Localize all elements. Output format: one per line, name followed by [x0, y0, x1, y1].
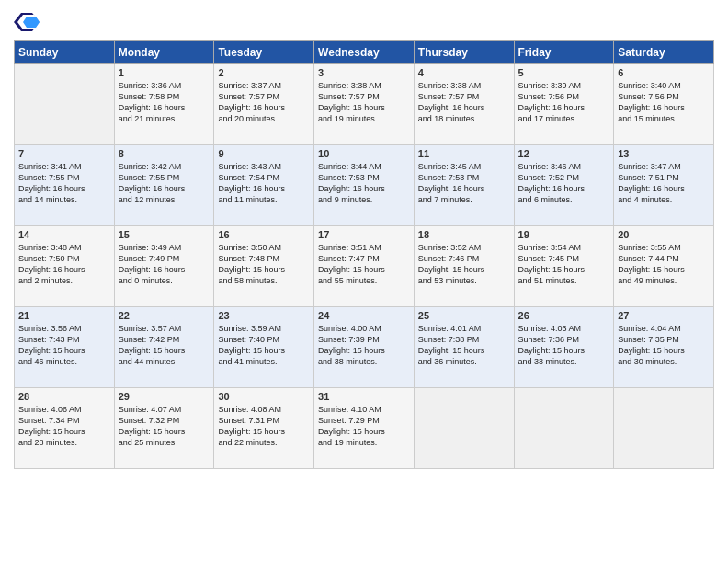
- day-cell: 30Sunrise: 4:08 AM Sunset: 7:31 PM Dayli…: [214, 388, 314, 469]
- day-content: Sunrise: 3:42 AM Sunset: 7:55 PM Dayligh…: [119, 161, 210, 206]
- week-row-1: 1Sunrise: 3:36 AM Sunset: 7:58 PM Daylig…: [15, 64, 714, 145]
- day-content: Sunrise: 3:36 AM Sunset: 7:58 PM Dayligh…: [119, 80, 210, 125]
- day-cell: [514, 388, 614, 469]
- day-content: Sunrise: 3:48 AM Sunset: 7:50 PM Dayligh…: [18, 242, 110, 287]
- day-content: Sunrise: 4:06 AM Sunset: 7:34 PM Dayligh…: [18, 404, 110, 449]
- day-cell: 27Sunrise: 4:04 AM Sunset: 7:35 PM Dayli…: [614, 307, 714, 388]
- header-cell-thursday: Thursday: [414, 41, 514, 64]
- day-number: 1: [119, 67, 210, 78]
- day-cell: 25Sunrise: 4:01 AM Sunset: 7:38 PM Dayli…: [414, 307, 514, 388]
- day-cell: 24Sunrise: 4:00 AM Sunset: 7:39 PM Dayli…: [314, 307, 415, 388]
- day-cell: 4Sunrise: 3:38 AM Sunset: 7:57 PM Daylig…: [414, 64, 514, 145]
- header: [14, 9, 714, 35]
- day-number: 18: [418, 229, 510, 240]
- day-cell: 1Sunrise: 3:36 AM Sunset: 7:58 PM Daylig…: [114, 64, 214, 145]
- day-content: Sunrise: 3:45 AM Sunset: 7:53 PM Dayligh…: [418, 161, 510, 206]
- day-number: 4: [418, 67, 510, 78]
- header-row: SundayMondayTuesdayWednesdayThursdayFrid…: [15, 41, 714, 64]
- day-cell: 6Sunrise: 3:40 AM Sunset: 7:56 PM Daylig…: [614, 64, 714, 145]
- day-number: 7: [18, 148, 110, 159]
- day-content: Sunrise: 4:03 AM Sunset: 7:36 PM Dayligh…: [518, 323, 610, 368]
- day-number: 11: [418, 148, 510, 159]
- day-cell: [414, 388, 514, 469]
- logo: [14, 9, 43, 35]
- day-number: 12: [518, 148, 610, 159]
- day-cell: 5Sunrise: 3:39 AM Sunset: 7:56 PM Daylig…: [514, 64, 614, 145]
- day-content: Sunrise: 3:55 AM Sunset: 7:44 PM Dayligh…: [618, 242, 710, 287]
- header-cell-saturday: Saturday: [614, 41, 714, 64]
- day-cell: 23Sunrise: 3:59 AM Sunset: 7:40 PM Dayli…: [214, 307, 314, 388]
- calendar-page: SundayMondayTuesdayWednesdayThursdayFrid…: [0, 0, 728, 563]
- day-number: 2: [218, 67, 310, 78]
- day-cell: 29Sunrise: 4:07 AM Sunset: 7:32 PM Dayli…: [114, 388, 214, 469]
- day-content: Sunrise: 3:54 AM Sunset: 7:45 PM Dayligh…: [518, 242, 610, 287]
- day-cell: 21Sunrise: 3:56 AM Sunset: 7:43 PM Dayli…: [15, 307, 115, 388]
- day-cell: 2Sunrise: 3:37 AM Sunset: 7:57 PM Daylig…: [214, 64, 314, 145]
- day-cell: 8Sunrise: 3:42 AM Sunset: 7:55 PM Daylig…: [114, 145, 214, 226]
- day-cell: 19Sunrise: 3:54 AM Sunset: 7:45 PM Dayli…: [514, 226, 614, 307]
- day-cell: 10Sunrise: 3:44 AM Sunset: 7:53 PM Dayli…: [314, 145, 415, 226]
- day-number: 19: [518, 229, 610, 240]
- day-cell: 9Sunrise: 3:43 AM Sunset: 7:54 PM Daylig…: [214, 145, 314, 226]
- day-content: Sunrise: 3:41 AM Sunset: 7:55 PM Dayligh…: [18, 161, 110, 206]
- day-cell: 13Sunrise: 3:47 AM Sunset: 7:51 PM Dayli…: [614, 145, 714, 226]
- day-number: 27: [618, 310, 710, 321]
- day-content: Sunrise: 3:39 AM Sunset: 7:56 PM Dayligh…: [518, 80, 610, 125]
- day-content: Sunrise: 3:40 AM Sunset: 7:56 PM Dayligh…: [618, 80, 710, 125]
- day-number: 3: [318, 67, 410, 78]
- day-content: Sunrise: 3:59 AM Sunset: 7:40 PM Dayligh…: [218, 323, 310, 368]
- day-number: 31: [318, 391, 410, 402]
- day-cell: 26Sunrise: 4:03 AM Sunset: 7:36 PM Dayli…: [514, 307, 614, 388]
- day-number: 17: [318, 229, 410, 240]
- day-number: 9: [218, 148, 310, 159]
- header-cell-tuesday: Tuesday: [214, 41, 314, 64]
- day-content: Sunrise: 4:10 AM Sunset: 7:29 PM Dayligh…: [318, 404, 410, 449]
- day-number: 22: [119, 310, 210, 321]
- header-cell-sunday: Sunday: [15, 41, 115, 64]
- day-number: 5: [518, 67, 610, 78]
- day-number: 6: [618, 67, 710, 78]
- day-content: Sunrise: 3:47 AM Sunset: 7:51 PM Dayligh…: [618, 161, 710, 206]
- day-content: Sunrise: 3:52 AM Sunset: 7:46 PM Dayligh…: [418, 242, 510, 287]
- logo-icon: [14, 9, 40, 35]
- day-cell: 12Sunrise: 3:46 AM Sunset: 7:52 PM Dayli…: [514, 145, 614, 226]
- day-content: Sunrise: 4:08 AM Sunset: 7:31 PM Dayligh…: [218, 404, 310, 449]
- day-cell: 16Sunrise: 3:50 AM Sunset: 7:48 PM Dayli…: [214, 226, 314, 307]
- day-content: Sunrise: 3:46 AM Sunset: 7:52 PM Dayligh…: [518, 161, 610, 206]
- day-number: 15: [119, 229, 210, 240]
- day-content: Sunrise: 4:07 AM Sunset: 7:32 PM Dayligh…: [119, 404, 210, 449]
- day-cell: [15, 64, 115, 145]
- day-content: Sunrise: 3:56 AM Sunset: 7:43 PM Dayligh…: [18, 323, 110, 368]
- day-cell: 22Sunrise: 3:57 AM Sunset: 7:42 PM Dayli…: [114, 307, 214, 388]
- day-cell: [614, 388, 714, 469]
- header-cell-monday: Monday: [114, 41, 214, 64]
- day-content: Sunrise: 4:00 AM Sunset: 7:39 PM Dayligh…: [318, 323, 410, 368]
- week-row-3: 14Sunrise: 3:48 AM Sunset: 7:50 PM Dayli…: [15, 226, 714, 307]
- day-content: Sunrise: 3:49 AM Sunset: 7:49 PM Dayligh…: [119, 242, 210, 287]
- day-content: Sunrise: 3:51 AM Sunset: 7:47 PM Dayligh…: [318, 242, 410, 287]
- day-number: 13: [618, 148, 710, 159]
- day-number: 25: [418, 310, 510, 321]
- day-content: Sunrise: 4:04 AM Sunset: 7:35 PM Dayligh…: [618, 323, 710, 368]
- day-content: Sunrise: 3:57 AM Sunset: 7:42 PM Dayligh…: [119, 323, 210, 368]
- day-cell: 14Sunrise: 3:48 AM Sunset: 7:50 PM Dayli…: [15, 226, 115, 307]
- day-cell: 7Sunrise: 3:41 AM Sunset: 7:55 PM Daylig…: [15, 145, 115, 226]
- day-number: 20: [618, 229, 710, 240]
- week-row-2: 7Sunrise: 3:41 AM Sunset: 7:55 PM Daylig…: [15, 145, 714, 226]
- day-cell: 28Sunrise: 4:06 AM Sunset: 7:34 PM Dayli…: [15, 388, 115, 469]
- day-content: Sunrise: 4:01 AM Sunset: 7:38 PM Dayligh…: [418, 323, 510, 368]
- day-number: 14: [18, 229, 110, 240]
- day-cell: 31Sunrise: 4:10 AM Sunset: 7:29 PM Dayli…: [314, 388, 415, 469]
- day-content: Sunrise: 3:37 AM Sunset: 7:57 PM Dayligh…: [218, 80, 310, 125]
- day-number: 8: [119, 148, 210, 159]
- day-number: 29: [119, 391, 210, 402]
- header-cell-friday: Friday: [514, 41, 614, 64]
- week-row-5: 28Sunrise: 4:06 AM Sunset: 7:34 PM Dayli…: [15, 388, 714, 469]
- day-number: 24: [318, 310, 410, 321]
- day-number: 21: [18, 310, 110, 321]
- header-cell-wednesday: Wednesday: [314, 41, 415, 64]
- day-number: 16: [218, 229, 310, 240]
- day-content: Sunrise: 3:50 AM Sunset: 7:48 PM Dayligh…: [218, 242, 310, 287]
- day-number: 30: [218, 391, 310, 402]
- day-cell: 17Sunrise: 3:51 AM Sunset: 7:47 PM Dayli…: [314, 226, 415, 307]
